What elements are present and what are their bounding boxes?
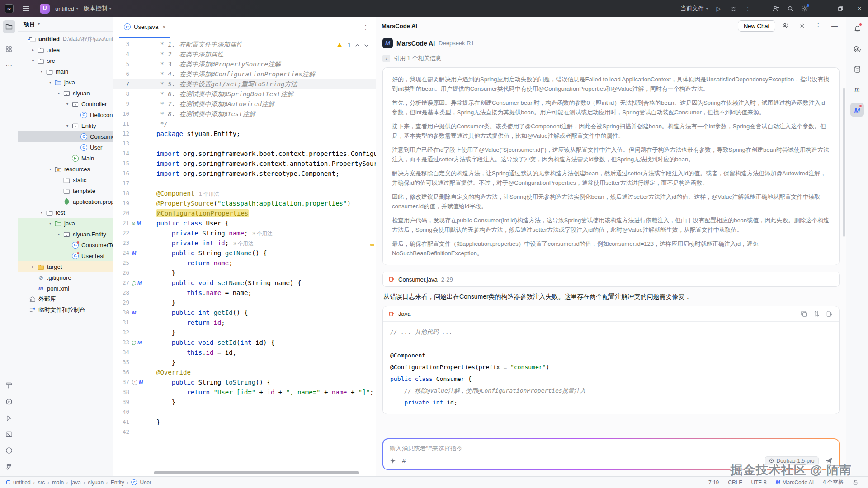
override-icon[interactable]: ↑ — [132, 380, 137, 385]
breadcrumb-item[interactable]: src — [38, 479, 45, 486]
maven-tool-icon[interactable]: m — [850, 83, 864, 96]
code-line[interactable]: 9 * 7. 在测试类中添加@Autowired注解 — [113, 99, 376, 109]
vcs-tool-icon[interactable] — [3, 460, 15, 473]
tab-close-icon[interactable]: × — [162, 23, 166, 30]
tree-item-controller[interactable]: ▾Controller — [18, 99, 113, 109]
project-widget[interactable]: U untitled ▾ — [37, 2, 81, 15]
breadcrumb-item[interactable]: java — [71, 479, 81, 486]
code-line[interactable]: 10 * 8. 在测试类中添加@Test注解 — [113, 109, 376, 119]
marscode-gutter-icon[interactable]: M — [139, 377, 143, 387]
code-line[interactable]: 20@ConfigurationProperties — [113, 208, 376, 218]
search-icon[interactable] — [784, 2, 797, 15]
tab-user-java[interactable]: C User.java × — [119, 17, 170, 38]
chat-messages[interactable]: M MarsCode AI Deepseek R1 › 引用 1 个相关信息 好… — [376, 34, 846, 435]
code-line[interactable]: 34 this.id = id; — [113, 347, 376, 357]
run-button[interactable]: ▷ — [712, 2, 725, 15]
code-line[interactable]: 38 return "User [id=" + id + ", name=" +… — [113, 387, 376, 397]
code-line[interactable]: 29 } — [113, 298, 376, 308]
tree-item-scratches[interactable]: 临时文件和控制台 — [18, 305, 113, 315]
horizontal-scrollbar[interactable] — [154, 471, 359, 474]
code-line[interactable]: 6 * 4. 在类中添加@ConfigurationProperties注解 — [113, 69, 376, 79]
code-line[interactable]: 5 * 3. 在类中添加@PropertySource注解 — [113, 59, 376, 69]
caret-position[interactable]: 7:19 — [705, 479, 722, 486]
chat-settings-icon[interactable] — [796, 20, 808, 32]
code-editor[interactable]: 3 * 1. 在配置文件中添加属性4 * 2. 在类中添加属性5 * 3. 在类… — [113, 38, 376, 476]
marscode-gutter-icon[interactable]: M — [137, 338, 142, 347]
tree-item-application-properties[interactable]: application.properties — [18, 196, 113, 207]
more-tools-icon[interactable]: ⋯ — [3, 59, 15, 71]
breadcrumb-item[interactable]: siyuan — [88, 479, 104, 486]
tree-item-src[interactable]: ▾src — [18, 55, 113, 66]
settings-gear-icon[interactable] — [798, 2, 811, 15]
chat-scrollbar[interactable] — [843, 88, 845, 237]
tree-item-static[interactable]: static — [18, 174, 113, 185]
tree-item-untitled-root[interactable]: untitledD:\data\程序\java\untitled — [18, 33, 113, 44]
code-line[interactable]: 22 private String name;3 个用法 — [113, 228, 376, 238]
vcs-widget[interactable]: 版本控制 ▾ — [81, 3, 114, 14]
structure-tool-icon[interactable] — [3, 42, 15, 55]
tree-item-entity[interactable]: ▾Entity — [18, 120, 113, 131]
marscode-gutter-icon[interactable]: M — [137, 218, 141, 228]
chat-input-field[interactable] — [390, 445, 833, 452]
code-line[interactable]: 13 — [113, 139, 376, 149]
code-line[interactable]: 25 return name; — [113, 258, 376, 268]
skills-icon[interactable] — [390, 458, 396, 464]
terminal-tool-icon[interactable] — [3, 428, 15, 441]
code-line[interactable]: 14import org.springframework.boot.contex… — [113, 149, 376, 159]
tree-item-siyuan-entity[interactable]: ▾siyuan.Entity — [18, 229, 113, 239]
no-bean-icon[interactable]: ⊘ — [132, 218, 135, 228]
file-encoding[interactable]: UTF-8 — [748, 479, 770, 486]
spring-bean-icon[interactable] — [132, 340, 137, 345]
code-line[interactable]: 11 */ — [113, 119, 376, 129]
code-line[interactable]: 39 } — [113, 397, 376, 407]
tree-item-main-class[interactable]: ▶Main — [18, 153, 113, 164]
ai-assistant-icon[interactable] — [850, 42, 864, 56]
services-tool-icon[interactable] — [3, 395, 15, 408]
chat-minimize-icon[interactable]: — — [829, 20, 840, 32]
code-line[interactable]: 37↑M public String toString() { — [113, 377, 376, 387]
tab-options-icon[interactable]: ⋮ — [360, 22, 372, 33]
tree-chevron-icon[interactable]: ▾ — [29, 59, 37, 63]
code-line[interactable]: 42 — [113, 427, 376, 437]
window-minimize-button[interactable]: — — [813, 0, 830, 17]
problems-tool-icon[interactable] — [3, 444, 15, 457]
tree-item-test-java[interactable]: ▾java — [18, 218, 113, 229]
code-line[interactable]: 30M public int getId() { — [113, 308, 376, 318]
code-line[interactable]: 41} — [113, 417, 376, 427]
tree-chevron-icon[interactable]: ▾ — [55, 91, 62, 95]
marscode-tool-icon[interactable]: M — [850, 103, 864, 117]
database-icon[interactable] — [850, 62, 864, 76]
tree-chevron-icon[interactable]: ▸ — [29, 265, 37, 269]
lock-icon[interactable] — [849, 479, 862, 485]
chat-more-icon[interactable]: ⋮ — [812, 20, 824, 32]
breadcrumb-item[interactable]: main — [52, 479, 64, 486]
breadcrumb-item[interactable]: untitled — [6, 479, 31, 486]
more-actions-button[interactable]: ⋮ — [741, 2, 754, 15]
marscode-gutter-icon[interactable]: M — [132, 308, 136, 318]
tree-item-java[interactable]: ▾java — [18, 77, 113, 88]
window-restore-button[interactable] — [832, 0, 849, 17]
tree-item-siyuan[interactable]: ▾siyuan — [18, 88, 113, 99]
file-reference-chip[interactable]: Consumer.java 2-29 — [382, 272, 840, 287]
next-problem-button[interactable] — [364, 44, 369, 47]
code-line[interactable]: 17 — [113, 178, 376, 188]
spring-bean-icon[interactable] — [132, 280, 137, 285]
breadcrumb-item[interactable]: CUser — [131, 479, 151, 486]
project-tool-icon[interactable] — [3, 20, 15, 33]
code-line[interactable]: 21⊘Mpublic class User { — [113, 218, 376, 228]
tree-item-user-test[interactable]: CUserTest — [18, 250, 113, 261]
tree-item-pom-xml[interactable]: mpom.xml — [18, 283, 113, 294]
code-line[interactable]: 27M public void setName(String name) { — [113, 278, 376, 288]
code-line[interactable]: 8 * 6. 在测试类中添加@SpringBootTest注解 — [113, 89, 376, 99]
indent-setting[interactable]: 4 个空格 — [820, 479, 847, 486]
tree-item-consumer[interactable]: CConsumer — [18, 131, 113, 142]
context-hash-icon[interactable]: # — [402, 457, 406, 465]
code-line[interactable]: 33M public void setId(int id) { — [113, 338, 376, 347]
code-line[interactable]: 4 * 2. 在类中添加属性 — [113, 49, 376, 59]
code-line[interactable]: 19@PropertySource("classpath:application… — [113, 198, 376, 208]
tree-chevron-icon[interactable]: ▾ — [47, 80, 54, 84]
notifications-bell-icon[interactable] — [850, 22, 864, 35]
tree-item-external-libraries[interactable]: 外部库 — [18, 294, 113, 305]
insert-code-icon[interactable] — [825, 310, 834, 319]
tree-item-resources[interactable]: ▾resources — [18, 164, 113, 174]
